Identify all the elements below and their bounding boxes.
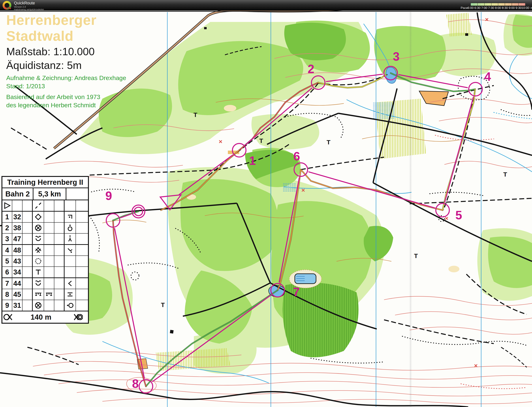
control-code: 38 [12, 223, 23, 233]
control-number: 2 [2, 223, 12, 233]
map-title-block: Herrenberger Stadtwald Maßstab: 1:10.000… [6, 12, 134, 109]
control-number-label-7: 7 [293, 285, 300, 299]
cell [76, 200, 88, 211]
pace-tick-label: 6:00 [468, 6, 474, 10]
feature-symbol-cell [33, 278, 44, 289]
detail-symbol-cell [64, 223, 76, 233]
svg-text:T: T [327, 139, 330, 146]
quickroute-window: T T T T T T × × × × × [0, 0, 532, 407]
cell [23, 300, 33, 311]
feature-symbol-cell-2 [44, 212, 54, 222]
detail-symbol-cell [64, 256, 76, 266]
cell [23, 256, 33, 266]
pace-tick-label: 9:30 [516, 6, 522, 10]
start-row [2, 200, 88, 212]
cell [12, 200, 23, 211]
map-title: Herrenberger Stadtwald [6, 12, 134, 44]
pace-bar-tick [477, 3, 478, 6]
detail-symbol-cell [64, 289, 76, 300]
cell [54, 234, 64, 244]
app-url[interactable]: matstroeng.se/quickroute/en [14, 8, 44, 11]
control-number: 1 [2, 212, 12, 222]
cell [54, 245, 64, 256]
x-double-circle-symbol-icon [73, 312, 83, 322]
cell [23, 234, 33, 244]
control-number: 9 [2, 300, 12, 311]
pace-legend: Pace 6:006:307:007:308:008:309:009:3010:… [467, 3, 529, 10]
feature-symbol-cell [33, 234, 44, 244]
pace-tick-label: 10:00 [522, 6, 529, 10]
svg-text:×: × [485, 16, 489, 23]
between-symbol-icon [66, 290, 74, 299]
dot-circle-symbol-icon [66, 301, 74, 310]
cell [76, 212, 88, 222]
cell [54, 289, 64, 300]
pace-tick-label: 8:30 [502, 6, 508, 10]
svg-text:T: T [259, 137, 263, 144]
circle-cross-symbol-icon [34, 301, 42, 310]
start-triangle-symbol-icon [3, 201, 11, 210]
map-scale: Maßstab: 1:10.000 [6, 45, 134, 58]
cell [54, 278, 64, 289]
pace-gradient-bar [470, 3, 525, 6]
feature-symbol-cell-2 [44, 234, 54, 244]
feature-symbol-cell [33, 245, 44, 256]
app-version: Version 2.4 [14, 6, 26, 8]
svg-text:T: T [193, 111, 197, 118]
pace-bar-tick [518, 3, 519, 6]
diamond-symbol-icon [34, 213, 42, 221]
svg-text:×: × [302, 187, 305, 194]
cell [76, 267, 88, 277]
corner-dot-symbol-icon [66, 213, 74, 221]
cell [54, 223, 64, 233]
control-row-3: 347 [2, 234, 88, 245]
control-code: 47 [12, 234, 23, 244]
control-code: 31 [12, 300, 23, 311]
cell [76, 245, 88, 256]
control-code: 48 [12, 245, 23, 256]
feature-symbol-cell-2 [44, 223, 54, 233]
finish-row: 140 m [2, 311, 88, 323]
course-climb [66, 188, 88, 200]
feature-symbol-cell-2 [44, 278, 54, 289]
pace-legend-label: Pace [461, 6, 468, 10]
control-number-label-2: 2 [308, 62, 314, 76]
detail-symbol-cell [64, 278, 76, 289]
control-code: 44 [12, 278, 23, 289]
svg-text:T: T [161, 301, 165, 308]
cell [54, 256, 64, 266]
control-code: 43 [12, 256, 23, 266]
person-dot-symbol-icon [66, 235, 74, 243]
control-number-label-1: 1 [249, 154, 256, 167]
control-row-5: 543 [2, 256, 88, 267]
start-detail-cell [33, 200, 44, 211]
detail-symbol-cell [64, 300, 76, 311]
control-number: 6 [2, 267, 12, 277]
cell [76, 289, 88, 300]
map-equidistance: Äquidistanz: 5m [6, 59, 134, 71]
arrow-dot-symbol-icon [66, 246, 74, 254]
pace-tick-label: 7:30 [488, 6, 494, 10]
cell [76, 256, 88, 266]
detail-symbol-cell [64, 267, 76, 277]
cell [54, 267, 64, 277]
control-number-label-6: 6 [293, 149, 300, 163]
start-symbol-cell [2, 200, 12, 211]
t-bar-symbol-icon [34, 268, 42, 276]
cell [76, 234, 88, 244]
circle-cross-symbol-icon [34, 224, 42, 232]
feature-symbol-cell [33, 267, 44, 277]
cell [54, 300, 64, 311]
course-length: 5,3 km [33, 188, 66, 200]
svg-text:T: T [414, 252, 418, 259]
ruin-symbol-icon [45, 290, 53, 299]
svg-text:×: × [474, 362, 478, 369]
cell [54, 200, 64, 211]
control-number-label-9: 9 [105, 189, 112, 203]
paper-fold-crease [409, 11, 412, 407]
feature-symbol-cell [33, 289, 44, 300]
cell [76, 300, 88, 311]
cell [23, 289, 33, 300]
dotted-circle-symbol-icon [34, 257, 42, 265]
control-code: 45 [12, 289, 23, 300]
